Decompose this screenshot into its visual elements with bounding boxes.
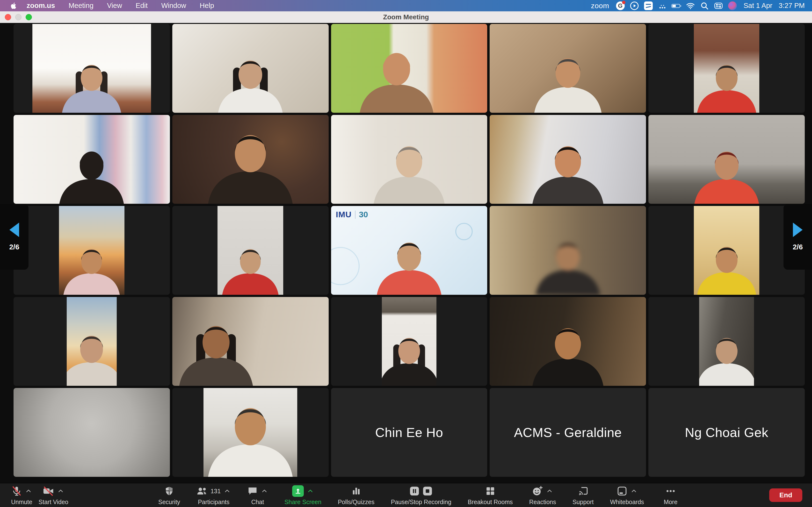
toolbar-label: Security xyxy=(158,499,180,506)
video-tile-r5c1[interactable] xyxy=(13,388,170,477)
video-feed xyxy=(331,24,488,113)
menu-edit[interactable]: Edit xyxy=(130,0,153,11)
menu-app-name[interactable]: zoom.us xyxy=(21,0,61,11)
toolbar-label: Start Video xyxy=(39,499,68,506)
person-silhouette xyxy=(211,50,290,113)
name-tile-acms-geraldine[interactable]: ACMS - Geraldine xyxy=(490,388,646,477)
toolbar-label: Chat xyxy=(251,499,264,506)
video-tile-r4c1[interactable] xyxy=(13,297,170,386)
name-tile-chin-ee-ho[interactable]: Chin Ee Ho xyxy=(331,388,488,477)
video-feed xyxy=(59,206,125,295)
video-feed: IMU30 xyxy=(331,206,488,295)
mic-muted-icon xyxy=(11,486,22,496)
chevron-up-icon xyxy=(57,488,64,495)
video-feed xyxy=(331,115,488,204)
person-silhouette xyxy=(203,395,297,477)
next-page-arrow-icon xyxy=(793,223,803,237)
toolbar-chat-button[interactable]: Chat xyxy=(246,484,269,506)
end-meeting-button[interactable]: End xyxy=(769,489,802,502)
wifi-icon[interactable] xyxy=(685,0,696,11)
person-silhouette xyxy=(370,232,449,295)
camera-muted-icon xyxy=(43,486,54,496)
video-tile-r4c4[interactable] xyxy=(490,297,646,386)
reactions-icon xyxy=(532,486,543,497)
window-title: Zoom Meeting xyxy=(0,13,812,21)
person-silhouette xyxy=(528,232,607,295)
video-tile-r3c3[interactable]: IMU30 xyxy=(331,206,488,295)
support-icon xyxy=(578,486,589,496)
toolbar-pause-stop-recording-button[interactable]: Pause/Stop Recording xyxy=(389,484,453,506)
menu-clock[interactable]: Sat 1 Apr 3:27 PM xyxy=(744,2,805,10)
video-tile-r1c3[interactable] xyxy=(331,24,488,113)
control-center-icon[interactable] xyxy=(713,0,724,11)
person-silhouette xyxy=(352,41,442,113)
previous-page-arrow-icon xyxy=(9,223,19,237)
video-tile-r4c2[interactable] xyxy=(172,297,329,386)
video-tile-r2c1[interactable] xyxy=(13,115,170,204)
video-tile-r2c4[interactable] xyxy=(490,115,646,204)
video-tile-r2c2[interactable] xyxy=(172,115,329,204)
video-tile-r1c2[interactable] xyxy=(172,24,329,113)
video-tile-r1c4[interactable] xyxy=(490,24,646,113)
siri-icon[interactable] xyxy=(727,0,738,11)
person-silhouette xyxy=(524,317,611,386)
video-feed xyxy=(699,297,754,386)
video-tile-r4c3[interactable] xyxy=(331,297,488,386)
toolbar-reactions-button[interactable]: Reactions xyxy=(528,484,558,506)
person-silhouette xyxy=(699,329,754,386)
battery-icon[interactable] xyxy=(671,0,682,11)
toolbar-support-button[interactable]: Support xyxy=(571,484,595,506)
pinyin-input-icon[interactable] xyxy=(643,0,654,11)
toolbar-security-button[interactable]: Security xyxy=(157,484,182,506)
video-feed xyxy=(13,115,170,204)
grammarly-icon[interactable]: G xyxy=(615,0,626,11)
next-page-button[interactable]: 2/6 xyxy=(783,204,812,270)
menu-view[interactable]: View xyxy=(101,0,128,11)
video-feed xyxy=(382,297,437,386)
name-tile-ng-choai-gek[interactable]: Ng Choai Gek xyxy=(648,388,805,477)
video-tile-r5c2[interactable] xyxy=(172,388,329,477)
person-silhouette xyxy=(59,240,125,295)
video-tile-r3c1[interactable] xyxy=(13,206,170,295)
chevron-up-icon xyxy=(546,488,553,495)
breakout-rooms-icon xyxy=(485,486,495,496)
meeting-stage: IMU30 xyxy=(0,23,812,483)
participant-name-label: Ng Choai Gek xyxy=(648,425,805,440)
share-screen-icon xyxy=(292,485,304,497)
video-grid: IMU30 xyxy=(13,24,805,477)
toolbar-polls-quizzes-button[interactable]: Polls/Quizzes xyxy=(337,484,376,506)
video-tile-r3c2[interactable] xyxy=(172,206,329,295)
participants-icon xyxy=(197,486,208,496)
menu-meeting[interactable]: Meeting xyxy=(63,0,99,11)
menu-window[interactable]: Window xyxy=(155,0,192,11)
previous-page-button[interactable]: 2/6 xyxy=(0,204,29,270)
video-tile-r3c4[interactable] xyxy=(490,206,646,295)
video-tile-r2c3[interactable] xyxy=(331,115,488,204)
screen-dots-icon[interactable] xyxy=(657,0,668,11)
toolbar-share-screen-button[interactable]: Share Screen xyxy=(283,484,323,506)
apple-icon[interactable] xyxy=(8,0,19,11)
video-tile-r1c5[interactable] xyxy=(648,24,805,113)
video-tile-r2c5[interactable] xyxy=(648,115,805,204)
video-feed xyxy=(172,24,329,113)
toolbar-label: Participants xyxy=(198,499,230,506)
video-feed xyxy=(67,297,117,386)
toolbar-more-button[interactable]: More xyxy=(659,484,682,506)
video-feed xyxy=(172,115,329,204)
toolbar-whiteboards-button[interactable]: Whiteboards xyxy=(609,484,646,506)
video-tile-r3c5[interactable] xyxy=(648,206,805,295)
toolbar-unmute-button[interactable]: Unmute xyxy=(10,484,34,506)
video-tile-r4c5[interactable] xyxy=(648,297,805,386)
search-icon[interactable] xyxy=(699,0,710,11)
person-silhouette xyxy=(56,56,128,113)
toolbar-start-video-button[interactable]: Start Video xyxy=(37,484,70,506)
toolbar-breakout-rooms-button[interactable]: Breakout Rooms xyxy=(466,484,514,506)
play-circle-icon[interactable] xyxy=(629,0,640,11)
toolbar-participants-button[interactable]: 131Participants xyxy=(195,484,232,506)
menu-help[interactable]: Help xyxy=(194,0,220,11)
chat-icon xyxy=(247,486,258,496)
zoom-status-label[interactable]: zoom xyxy=(591,2,609,10)
toolbar-label: Unmute xyxy=(11,499,33,506)
video-tile-r1c1[interactable] xyxy=(13,24,170,113)
video-feed xyxy=(217,206,283,295)
